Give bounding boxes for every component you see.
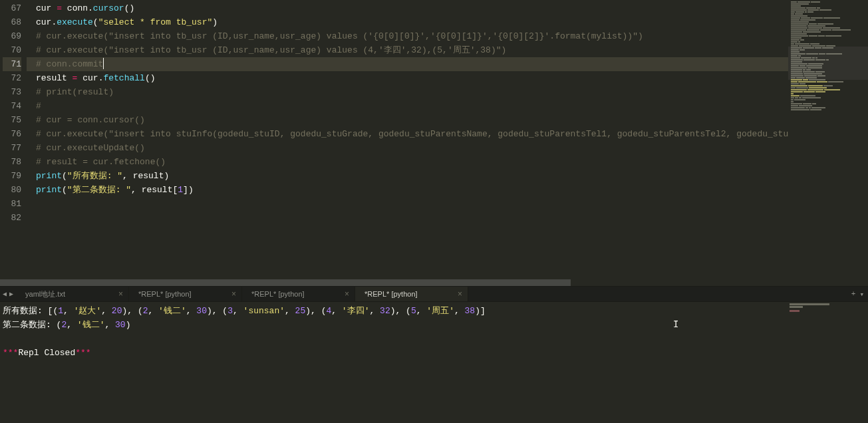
line-number: 68 bbox=[3, 15, 21, 29]
line-number: 74 bbox=[3, 99, 21, 113]
close-icon[interactable]: × bbox=[118, 289, 123, 299]
close-icon[interactable]: × bbox=[231, 289, 236, 299]
line-number-gutter: 67686970717273747576777879808182 bbox=[0, 0, 27, 279]
line-number: 78 bbox=[3, 155, 21, 169]
tab-label: *REPL* [python] bbox=[251, 290, 305, 298]
tab-next-icon[interactable]: ▶ bbox=[9, 290, 13, 298]
minimap[interactable] bbox=[788, 0, 868, 279]
text-cursor-icon: I bbox=[673, 318, 678, 332]
line-number: 73 bbox=[3, 85, 21, 99]
close-icon[interactable]: × bbox=[345, 289, 349, 299]
code-line[interactable]: # print(result) bbox=[27, 85, 788, 99]
minimap-viewport[interactable] bbox=[788, 47, 868, 80]
code-line[interactable]: print("所有数据: ", result) bbox=[27, 169, 788, 183]
new-tab-icon[interactable]: + bbox=[851, 290, 856, 298]
line-number: 76 bbox=[3, 127, 21, 141]
line-number: 77 bbox=[3, 141, 21, 155]
line-number: 72 bbox=[3, 71, 21, 85]
line-number: 79 bbox=[3, 169, 21, 183]
code-area[interactable]: cur = conn.cursor()cur.execute("select *… bbox=[27, 0, 788, 279]
code-line[interactable]: # cur.execute("insert into tb_usr (ID,us… bbox=[27, 29, 788, 43]
code-line[interactable] bbox=[27, 197, 788, 211]
tab-dropdown-icon[interactable]: ▾ bbox=[859, 290, 864, 299]
repl-closed-message: ***Repl Closed*** bbox=[3, 346, 786, 360]
tab-label: yaml地址.txt bbox=[25, 289, 65, 299]
tab-label: *REPL* [python] bbox=[364, 290, 418, 298]
output-tab[interactable]: yaml地址.txt× bbox=[16, 287, 129, 301]
code-line[interactable]: result = cur.fetchall() bbox=[27, 71, 788, 85]
tab-nav: ◀ ▶ bbox=[0, 287, 16, 301]
repl-output[interactable]: I 所有数据: [(1, '赵大', 20), (2, '钱二', 30), (… bbox=[0, 302, 788, 423]
output-pane: I 所有数据: [(1, '赵大', 20), (2, '钱二', 30), (… bbox=[0, 302, 868, 423]
output-tab[interactable]: *REPL* [python]× bbox=[242, 287, 355, 301]
code-line[interactable]: # cur.execute("insert into tb_usr (ID,us… bbox=[27, 43, 788, 57]
line-number: 67 bbox=[3, 1, 21, 15]
output-line: 第二条数据: (2, '钱二', 30) bbox=[3, 318, 786, 332]
code-line[interactable] bbox=[27, 211, 788, 225]
close-icon[interactable]: × bbox=[458, 289, 462, 299]
line-number: 71 bbox=[3, 57, 21, 71]
tab-prev-icon[interactable]: ◀ bbox=[3, 290, 7, 298]
code-line[interactable]: # conn.commit bbox=[27, 57, 788, 71]
code-line[interactable]: print("第二条数据: ", result[1]) bbox=[27, 183, 788, 197]
line-number: 80 bbox=[3, 183, 21, 197]
line-number: 69 bbox=[3, 29, 21, 43]
code-line[interactable]: # result = cur.fetchone() bbox=[27, 155, 788, 169]
output-tab[interactable]: *REPL* [python]× bbox=[355, 287, 468, 301]
line-number: 75 bbox=[3, 113, 21, 127]
tab-label: *REPL* [python] bbox=[138, 290, 192, 298]
text-cursor bbox=[103, 58, 104, 69]
line-number: 70 bbox=[3, 43, 21, 57]
code-line[interactable]: # bbox=[27, 99, 788, 113]
code-line[interactable]: cur.execute("select * from tb_usr") bbox=[27, 15, 788, 29]
output-line: 所有数据: [(1, '赵大', 20), (2, '钱二', 30), (3,… bbox=[3, 304, 786, 318]
horizontal-scrollbar[interactable] bbox=[0, 279, 868, 286]
code-line[interactable]: cur = conn.cursor() bbox=[27, 1, 788, 15]
output-tab[interactable]: *REPL* [python]× bbox=[129, 287, 242, 301]
line-number: 82 bbox=[3, 211, 21, 225]
editor-pane: 67686970717273747576777879808182 cur = c… bbox=[0, 0, 868, 279]
code-line[interactable]: # cur.execute("insert into stuInfo(goded… bbox=[27, 127, 788, 141]
horizontal-scrollbar-thumb[interactable] bbox=[0, 279, 571, 286]
output-minimap[interactable] bbox=[788, 302, 868, 423]
code-line[interactable]: # cur.executeUpdate() bbox=[27, 141, 788, 155]
output-tabbar: ◀ ▶ yaml地址.txt×*REPL* [python]×*REPL* [p… bbox=[0, 286, 868, 302]
code-line[interactable]: # cur = conn.cursor() bbox=[27, 113, 788, 127]
line-number: 81 bbox=[3, 197, 21, 211]
